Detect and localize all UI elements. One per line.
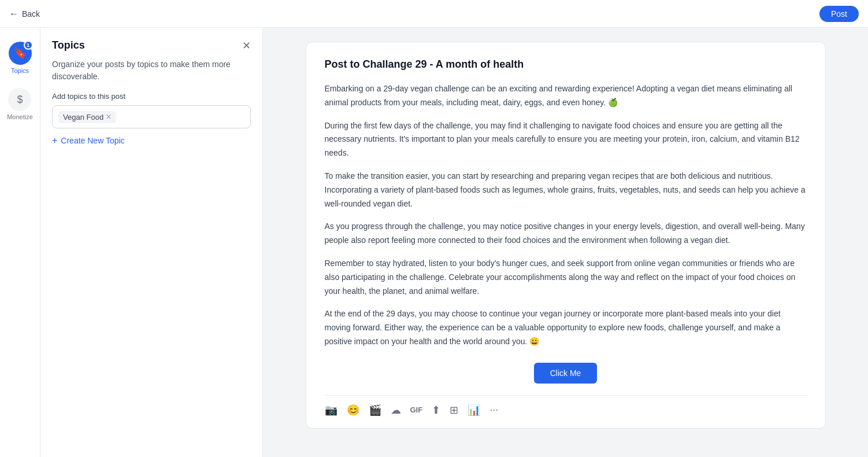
post-toolbar: 📷 😊 🎬 ☁ GIF ⬆ ⊞ 📊 ··· [325,395,807,417]
cloud-icon[interactable]: ☁ [391,404,401,417]
post-paragraph-4: As you progress through the challenge, y… [325,220,807,248]
vegan-food-tag-remove-button[interactable]: ✕ [106,113,112,120]
topics-description: Organize your posts by topics to make th… [52,58,251,83]
topics-panel-header: Topics ✕ [52,39,251,51]
post-button[interactable]: Post [819,6,859,22]
monetize-nav-label: Monetize [7,113,33,120]
monetize-icon: $ [17,94,23,106]
post-paragraph-5: Remember to stay hydrated, listen to you… [325,257,807,298]
topics-panel-close-button[interactable]: ✕ [242,40,251,51]
main-content: Post to Challange 29 - A month of health… [263,28,868,457]
topics-nav-button[interactable]: 🔖 1 Topics [4,37,36,79]
add-topics-label: Add topics to this post [52,92,251,101]
monetize-nav-button[interactable]: $ Monetize [2,83,38,125]
left-sidebar: 🔖 1 Topics $ Monetize [0,28,40,457]
create-new-topic-button[interactable]: + Create New Topic [52,135,251,146]
post-card: Post to Challange 29 - A month of health… [306,42,826,429]
post-title: Post to Challange 29 - A month of health [325,58,807,71]
main-layout: 🔖 1 Topics $ Monetize Topics ✕ Organize … [0,0,868,457]
create-new-topic-label: Create New Topic [61,136,124,145]
back-arrow-icon: ← [9,9,18,19]
video-icon[interactable]: 🎬 [369,404,381,417]
emoji-icon[interactable]: 😊 [347,404,359,417]
topics-nav-label: Topics [11,67,29,74]
grid-icon[interactable]: ⊞ [450,404,458,417]
topics-icon: 🔖 [14,47,27,60]
monetize-icon-circle: $ [8,88,31,111]
topics-panel-title: Topics [52,39,85,51]
back-button[interactable]: ← Back [9,9,40,19]
post-paragraph-3: To make the transition easier, you can s… [325,169,807,211]
back-label: Back [22,9,40,19]
gif-icon[interactable]: GIF [410,406,423,414]
post-body: Embarking on a 29-day vegan challenge ca… [325,82,807,349]
plus-icon: + [52,135,57,146]
vegan-food-tag-label: Vegan Food [63,113,103,121]
more-icon[interactable]: ··· [489,404,498,416]
chart-icon[interactable]: 📊 [468,404,480,417]
vegan-food-tag: Vegan Food ✕ [58,111,116,123]
post-paragraph-1: Embarking on a 29-day vegan challenge ca… [325,82,807,110]
post-paragraph-6: At the end of the 29 days, you may choos… [325,307,807,348]
topics-icon-circle: 🔖 1 [9,42,32,65]
camera-icon[interactable]: 📷 [325,404,337,417]
post-paragraph-2: During the first few days of the challen… [325,119,807,160]
upload-icon[interactable]: ⬆ [432,404,440,417]
top-bar: ← Back Post [0,0,868,28]
topics-panel: Topics ✕ Organize your posts by topics t… [40,28,263,457]
topics-input-area[interactable]: Vegan Food ✕ [52,105,251,128]
click-me-section: Click Me [325,363,807,384]
topics-badge: 1 [24,40,33,50]
click-me-button[interactable]: Click Me [534,363,598,384]
